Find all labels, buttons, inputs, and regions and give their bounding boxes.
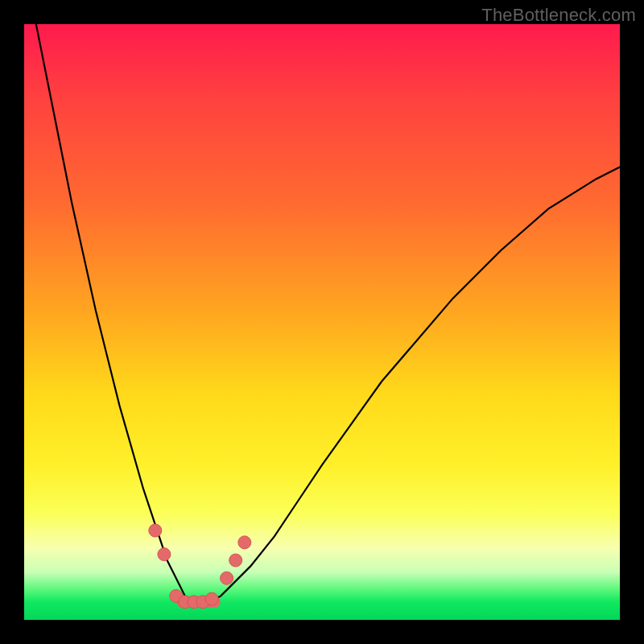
- plot-area: [24, 24, 620, 620]
- chart-frame: TheBottleneck.com: [0, 0, 644, 644]
- data-marker: [149, 524, 162, 537]
- markers-group: [149, 524, 251, 609]
- data-marker: [221, 572, 233, 584]
- bottleneck-curve: [36, 24, 620, 602]
- data-marker: [158, 548, 171, 561]
- data-marker: [238, 536, 251, 549]
- data-marker: [229, 554, 242, 567]
- data-marker: [205, 592, 218, 605]
- watermark-text: TheBottleneck.com: [481, 5, 636, 26]
- curves-svg: [24, 24, 620, 620]
